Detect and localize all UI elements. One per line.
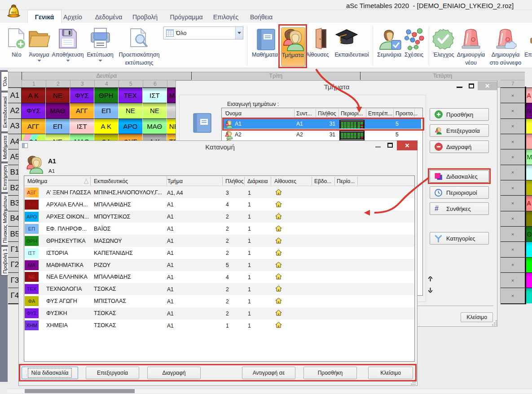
- svg-text:asc: asc: [11, 11, 17, 14]
